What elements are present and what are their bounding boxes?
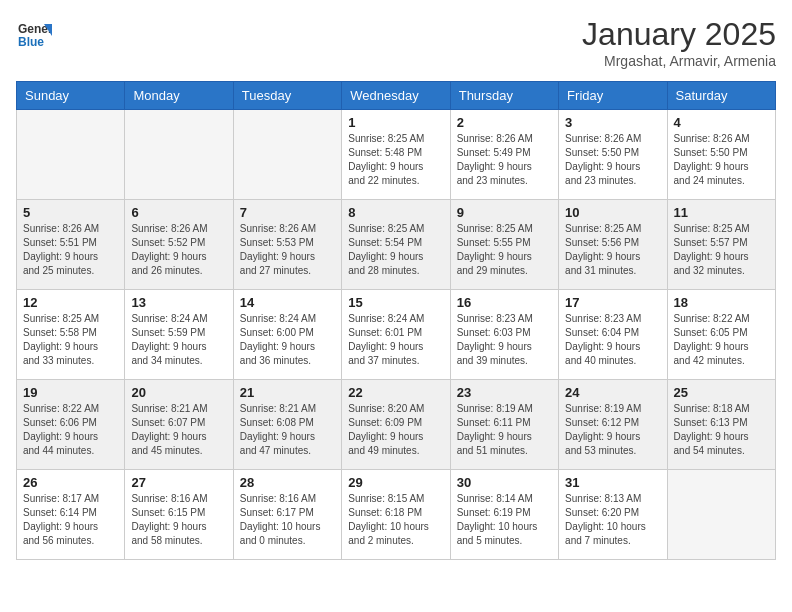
day-number: 18 bbox=[674, 295, 769, 310]
calendar-cell: 12Sunrise: 8:25 AM Sunset: 5:58 PM Dayli… bbox=[17, 290, 125, 380]
weekday-header-wednesday: Wednesday bbox=[342, 82, 450, 110]
day-number: 3 bbox=[565, 115, 660, 130]
day-info: Sunrise: 8:18 AM Sunset: 6:13 PM Dayligh… bbox=[674, 402, 769, 458]
day-info: Sunrise: 8:26 AM Sunset: 5:50 PM Dayligh… bbox=[674, 132, 769, 188]
day-number: 1 bbox=[348, 115, 443, 130]
day-number: 31 bbox=[565, 475, 660, 490]
day-info: Sunrise: 8:24 AM Sunset: 5:59 PM Dayligh… bbox=[131, 312, 226, 368]
day-number: 13 bbox=[131, 295, 226, 310]
calendar-cell: 23Sunrise: 8:19 AM Sunset: 6:11 PM Dayli… bbox=[450, 380, 558, 470]
day-info: Sunrise: 8:20 AM Sunset: 6:09 PM Dayligh… bbox=[348, 402, 443, 458]
day-info: Sunrise: 8:25 AM Sunset: 5:57 PM Dayligh… bbox=[674, 222, 769, 278]
weekday-header-saturday: Saturday bbox=[667, 82, 775, 110]
calendar-cell: 26Sunrise: 8:17 AM Sunset: 6:14 PM Dayli… bbox=[17, 470, 125, 560]
day-info: Sunrise: 8:14 AM Sunset: 6:19 PM Dayligh… bbox=[457, 492, 552, 548]
day-number: 30 bbox=[457, 475, 552, 490]
day-number: 27 bbox=[131, 475, 226, 490]
day-info: Sunrise: 8:25 AM Sunset: 5:54 PM Dayligh… bbox=[348, 222, 443, 278]
month-title: January 2025 bbox=[582, 16, 776, 53]
calendar-cell: 31Sunrise: 8:13 AM Sunset: 6:20 PM Dayli… bbox=[559, 470, 667, 560]
calendar-cell: 27Sunrise: 8:16 AM Sunset: 6:15 PM Dayli… bbox=[125, 470, 233, 560]
day-number: 8 bbox=[348, 205, 443, 220]
calendar-cell: 7Sunrise: 8:26 AM Sunset: 5:53 PM Daylig… bbox=[233, 200, 341, 290]
day-number: 28 bbox=[240, 475, 335, 490]
day-info: Sunrise: 8:26 AM Sunset: 5:50 PM Dayligh… bbox=[565, 132, 660, 188]
day-info: Sunrise: 8:26 AM Sunset: 5:53 PM Dayligh… bbox=[240, 222, 335, 278]
title-block: January 2025 Mrgashat, Armavir, Armenia bbox=[582, 16, 776, 69]
calendar-week-row: 26Sunrise: 8:17 AM Sunset: 6:14 PM Dayli… bbox=[17, 470, 776, 560]
day-number: 11 bbox=[674, 205, 769, 220]
day-info: Sunrise: 8:22 AM Sunset: 6:06 PM Dayligh… bbox=[23, 402, 118, 458]
day-number: 5 bbox=[23, 205, 118, 220]
day-info: Sunrise: 8:21 AM Sunset: 6:08 PM Dayligh… bbox=[240, 402, 335, 458]
weekday-header-tuesday: Tuesday bbox=[233, 82, 341, 110]
svg-text:Blue: Blue bbox=[18, 35, 44, 49]
calendar-cell: 5Sunrise: 8:26 AM Sunset: 5:51 PM Daylig… bbox=[17, 200, 125, 290]
day-info: Sunrise: 8:24 AM Sunset: 6:00 PM Dayligh… bbox=[240, 312, 335, 368]
day-info: Sunrise: 8:25 AM Sunset: 5:58 PM Dayligh… bbox=[23, 312, 118, 368]
day-info: Sunrise: 8:22 AM Sunset: 6:05 PM Dayligh… bbox=[674, 312, 769, 368]
day-number: 16 bbox=[457, 295, 552, 310]
calendar-cell: 17Sunrise: 8:23 AM Sunset: 6:04 PM Dayli… bbox=[559, 290, 667, 380]
weekday-header-monday: Monday bbox=[125, 82, 233, 110]
day-number: 26 bbox=[23, 475, 118, 490]
calendar-cell: 16Sunrise: 8:23 AM Sunset: 6:03 PM Dayli… bbox=[450, 290, 558, 380]
weekday-header-sunday: Sunday bbox=[17, 82, 125, 110]
day-number: 15 bbox=[348, 295, 443, 310]
calendar-cell bbox=[667, 470, 775, 560]
calendar-cell: 11Sunrise: 8:25 AM Sunset: 5:57 PM Dayli… bbox=[667, 200, 775, 290]
day-number: 12 bbox=[23, 295, 118, 310]
day-number: 2 bbox=[457, 115, 552, 130]
calendar-cell: 18Sunrise: 8:22 AM Sunset: 6:05 PM Dayli… bbox=[667, 290, 775, 380]
calendar-week-row: 5Sunrise: 8:26 AM Sunset: 5:51 PM Daylig… bbox=[17, 200, 776, 290]
logo: General Blue General Blue bbox=[16, 16, 52, 52]
calendar-cell: 8Sunrise: 8:25 AM Sunset: 5:54 PM Daylig… bbox=[342, 200, 450, 290]
calendar-cell: 9Sunrise: 8:25 AM Sunset: 5:55 PM Daylig… bbox=[450, 200, 558, 290]
day-info: Sunrise: 8:26 AM Sunset: 5:49 PM Dayligh… bbox=[457, 132, 552, 188]
calendar-cell: 21Sunrise: 8:21 AM Sunset: 6:08 PM Dayli… bbox=[233, 380, 341, 470]
day-info: Sunrise: 8:26 AM Sunset: 5:51 PM Dayligh… bbox=[23, 222, 118, 278]
calendar-cell: 1Sunrise: 8:25 AM Sunset: 5:48 PM Daylig… bbox=[342, 110, 450, 200]
day-number: 20 bbox=[131, 385, 226, 400]
calendar-cell: 20Sunrise: 8:21 AM Sunset: 6:07 PM Dayli… bbox=[125, 380, 233, 470]
day-info: Sunrise: 8:23 AM Sunset: 6:03 PM Dayligh… bbox=[457, 312, 552, 368]
calendar-cell: 24Sunrise: 8:19 AM Sunset: 6:12 PM Dayli… bbox=[559, 380, 667, 470]
day-info: Sunrise: 8:23 AM Sunset: 6:04 PM Dayligh… bbox=[565, 312, 660, 368]
day-number: 9 bbox=[457, 205, 552, 220]
calendar-week-row: 1Sunrise: 8:25 AM Sunset: 5:48 PM Daylig… bbox=[17, 110, 776, 200]
page-header: General Blue General Blue January 2025 M… bbox=[16, 16, 776, 69]
calendar-cell: 22Sunrise: 8:20 AM Sunset: 6:09 PM Dayli… bbox=[342, 380, 450, 470]
calendar-cell: 28Sunrise: 8:16 AM Sunset: 6:17 PM Dayli… bbox=[233, 470, 341, 560]
day-number: 24 bbox=[565, 385, 660, 400]
weekday-header-thursday: Thursday bbox=[450, 82, 558, 110]
day-info: Sunrise: 8:25 AM Sunset: 5:48 PM Dayligh… bbox=[348, 132, 443, 188]
calendar-cell: 13Sunrise: 8:24 AM Sunset: 5:59 PM Dayli… bbox=[125, 290, 233, 380]
calendar-cell: 2Sunrise: 8:26 AM Sunset: 5:49 PM Daylig… bbox=[450, 110, 558, 200]
calendar-cell: 6Sunrise: 8:26 AM Sunset: 5:52 PM Daylig… bbox=[125, 200, 233, 290]
calendar-cell: 30Sunrise: 8:14 AM Sunset: 6:19 PM Dayli… bbox=[450, 470, 558, 560]
day-number: 10 bbox=[565, 205, 660, 220]
location-title: Mrgashat, Armavir, Armenia bbox=[582, 53, 776, 69]
day-info: Sunrise: 8:25 AM Sunset: 5:56 PM Dayligh… bbox=[565, 222, 660, 278]
weekday-header-friday: Friday bbox=[559, 82, 667, 110]
calendar-cell: 4Sunrise: 8:26 AM Sunset: 5:50 PM Daylig… bbox=[667, 110, 775, 200]
day-info: Sunrise: 8:16 AM Sunset: 6:17 PM Dayligh… bbox=[240, 492, 335, 548]
calendar-cell: 3Sunrise: 8:26 AM Sunset: 5:50 PM Daylig… bbox=[559, 110, 667, 200]
day-number: 19 bbox=[23, 385, 118, 400]
day-number: 14 bbox=[240, 295, 335, 310]
calendar-cell: 25Sunrise: 8:18 AM Sunset: 6:13 PM Dayli… bbox=[667, 380, 775, 470]
day-info: Sunrise: 8:25 AM Sunset: 5:55 PM Dayligh… bbox=[457, 222, 552, 278]
calendar-cell bbox=[125, 110, 233, 200]
day-number: 7 bbox=[240, 205, 335, 220]
calendar-cell: 19Sunrise: 8:22 AM Sunset: 6:06 PM Dayli… bbox=[17, 380, 125, 470]
day-info: Sunrise: 8:15 AM Sunset: 6:18 PM Dayligh… bbox=[348, 492, 443, 548]
day-number: 22 bbox=[348, 385, 443, 400]
day-number: 21 bbox=[240, 385, 335, 400]
calendar-cell: 29Sunrise: 8:15 AM Sunset: 6:18 PM Dayli… bbox=[342, 470, 450, 560]
day-number: 29 bbox=[348, 475, 443, 490]
calendar-week-row: 12Sunrise: 8:25 AM Sunset: 5:58 PM Dayli… bbox=[17, 290, 776, 380]
calendar-cell: 15Sunrise: 8:24 AM Sunset: 6:01 PM Dayli… bbox=[342, 290, 450, 380]
calendar-cell: 10Sunrise: 8:25 AM Sunset: 5:56 PM Dayli… bbox=[559, 200, 667, 290]
day-number: 17 bbox=[565, 295, 660, 310]
day-info: Sunrise: 8:24 AM Sunset: 6:01 PM Dayligh… bbox=[348, 312, 443, 368]
